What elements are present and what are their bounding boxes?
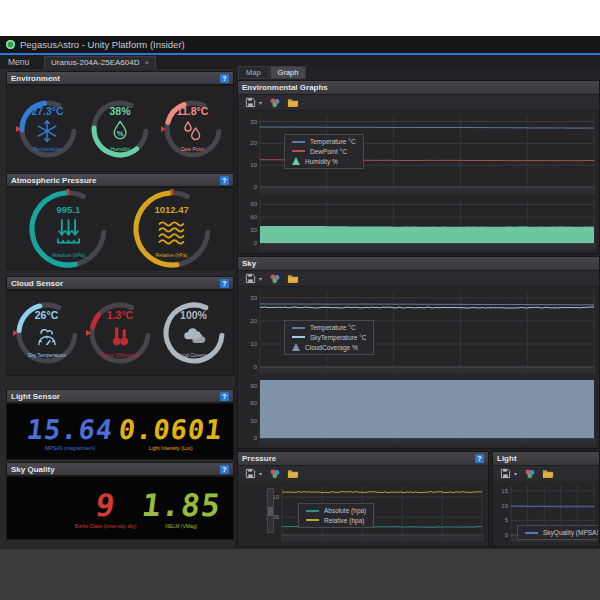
legend-label: SkyQuality (MPSAS) bbox=[543, 529, 598, 536]
device-tab-label: Uranus-204A-25EA604D bbox=[51, 57, 140, 69]
screen: PegasusAstro - Unity Platform (Insider) … bbox=[0, 0, 600, 600]
legend-label: Temperature °C bbox=[310, 324, 356, 331]
save-icon[interactable] bbox=[245, 468, 256, 479]
legend-marker-icon bbox=[306, 510, 319, 512]
chart-toolbar: ▾ bbox=[238, 95, 599, 111]
chart-toolbar: ▾ bbox=[238, 466, 488, 482]
svg-text:20: 20 bbox=[250, 318, 257, 324]
bortle-display: 9 Bortle Class (Inner-city sky) bbox=[69, 489, 142, 529]
pressure-chart[interactable]: 10001010 Absolute (hpa)Relative (hpa) bbox=[240, 481, 486, 543]
sky-temperature-gauge: 26°CSky Temperature bbox=[13, 299, 81, 367]
tab-close-icon[interactable]: × bbox=[145, 57, 150, 69]
sky-cloudcoverage-chart[interactable]: 0306090 bbox=[240, 376, 598, 446]
light-graph-header: Light bbox=[493, 452, 599, 466]
palette-icon[interactable] bbox=[269, 468, 280, 479]
sky-quality-panel-header: Sky Quality ? bbox=[6, 462, 234, 476]
chart-legend: Absolute (hpa)Relative (hpa) bbox=[298, 503, 374, 528]
save-dropdown-caret-icon[interactable]: ▾ bbox=[514, 470, 517, 477]
svg-text:15: 15 bbox=[501, 488, 508, 494]
environmental-graphs-header: Environmental Graphs bbox=[238, 81, 599, 95]
mpsas-display: 15.64 MPSAS (mag/arcsec²) bbox=[27, 415, 113, 451]
save-icon[interactable] bbox=[500, 468, 511, 479]
help-icon[interactable]: ? bbox=[475, 454, 484, 463]
environment-panel-title: Environment bbox=[11, 74, 60, 83]
atmospheric-pressure-panel-header: Atmospheric Pressure ? bbox=[6, 173, 234, 187]
environment-panel-body: 27.3°CTemperature 38%%Humidity 11.8°CDew… bbox=[6, 85, 234, 172]
svg-text:30: 30 bbox=[250, 227, 257, 233]
legend-marker-icon bbox=[292, 343, 300, 351]
tab-map[interactable]: Map bbox=[238, 66, 269, 79]
cloud-coverage-icon bbox=[179, 323, 209, 349]
bottom-strip bbox=[0, 549, 600, 600]
relative-pressure-gauge: 1012.47Relative (hPa) bbox=[130, 187, 214, 271]
sky-graphs-title: Sky bbox=[242, 259, 256, 268]
light-sensor-panel-title: Light Sensor bbox=[11, 392, 60, 401]
open-folder-icon[interactable] bbox=[287, 273, 299, 284]
save-dropdown-caret-icon[interactable]: ▾ bbox=[259, 99, 262, 106]
svg-text:0: 0 bbox=[254, 364, 258, 370]
zoom-slider[interactable] bbox=[267, 488, 274, 533]
cloud-sensor-panel-title: Cloud Sensor bbox=[11, 279, 63, 288]
nelm-display: 1.85 NELM (VMag) bbox=[142, 489, 221, 529]
help-icon[interactable]: ? bbox=[220, 465, 229, 474]
legend-entry: Temperature °C bbox=[292, 138, 356, 145]
legend-marker-icon bbox=[525, 532, 538, 534]
svg-text:10: 10 bbox=[501, 503, 508, 509]
menu-button[interactable]: Menu bbox=[8, 55, 29, 69]
environment-panel-header: Environment ? bbox=[6, 71, 234, 85]
chart-legend: Temperature °CDewPoint °CHumidity % bbox=[284, 134, 364, 169]
palette-icon[interactable] bbox=[269, 273, 280, 284]
sky-temperature-chart[interactable]: 0102030Temperature °CSkyTemperature °CCl… bbox=[240, 287, 598, 375]
open-folder-icon[interactable] bbox=[542, 468, 554, 479]
svg-text:30: 30 bbox=[250, 418, 257, 424]
svg-text:0: 0 bbox=[254, 435, 258, 441]
help-icon[interactable]: ? bbox=[220, 392, 229, 401]
svg-text:5: 5 bbox=[505, 517, 509, 523]
palette-icon[interactable] bbox=[269, 97, 280, 108]
cloud-sensor-panel-body: 26°CSky Temperature 1.3°CTemp. Differenc… bbox=[6, 290, 234, 376]
svg-text:30: 30 bbox=[250, 295, 257, 301]
save-dropdown-caret-icon[interactable]: ▾ bbox=[259, 275, 262, 282]
chart-toolbar: ▾ bbox=[238, 271, 599, 287]
legend-marker-icon bbox=[292, 150, 305, 152]
legend-entry: SkyQuality (MPSAS) bbox=[525, 529, 598, 536]
svg-text:10: 10 bbox=[250, 341, 257, 347]
temp-difference-gauge: 1.3°CTemp. Difference bbox=[86, 299, 154, 367]
help-icon[interactable]: ? bbox=[220, 279, 229, 288]
legend-entry: Humidity % bbox=[292, 157, 356, 165]
save-icon[interactable] bbox=[245, 97, 256, 108]
legend-label: SkyTemperature °C bbox=[310, 334, 366, 341]
legend-label: DewPoint °C bbox=[310, 148, 347, 155]
svg-text:10: 10 bbox=[250, 162, 257, 168]
device-tab[interactable]: Uranus-204A-25EA604D × bbox=[44, 56, 156, 69]
chart-legend: SkyQuality (MPSAS) bbox=[517, 525, 598, 540]
palette-icon[interactable] bbox=[524, 468, 535, 479]
atmospheric-pressure-panel-title: Atmospheric Pressure bbox=[11, 176, 96, 185]
svg-text:%: % bbox=[117, 129, 124, 138]
help-icon[interactable]: ? bbox=[220, 74, 229, 83]
legend-label: Relative (hpa) bbox=[324, 517, 364, 524]
save-dropdown-caret-icon[interactable]: ▾ bbox=[259, 470, 262, 477]
environmental-humidity-chart[interactable]: 0306090 bbox=[240, 196, 598, 251]
pressure-graph-header: Pressure ? bbox=[238, 452, 488, 466]
nelm-value: 1.85 bbox=[140, 489, 223, 522]
open-folder-icon[interactable] bbox=[287, 468, 299, 479]
bortle-label: Bortle Class (Inner-city sky) bbox=[75, 523, 137, 528]
svg-text:60: 60 bbox=[250, 214, 257, 220]
legend-entry: SkyTemperature °C bbox=[292, 334, 366, 341]
app-logo-icon bbox=[6, 40, 15, 49]
environmental-temperature-chart[interactable]: 0102030Temperature °CDewPoint °CHumidity… bbox=[240, 111, 598, 195]
open-folder-icon[interactable] bbox=[287, 97, 299, 108]
environmental-graphs-title: Environmental Graphs bbox=[242, 83, 328, 92]
temp-difference-icon bbox=[105, 323, 135, 349]
tab-graph[interactable]: Graph bbox=[270, 66, 307, 79]
help-icon[interactable]: ? bbox=[220, 176, 229, 185]
lux-display: 0.0601 Light Intensity (Lux) bbox=[119, 415, 223, 451]
light-chart[interactable]: 051015SkyQuality (MPSAS) bbox=[495, 481, 598, 543]
save-icon[interactable] bbox=[245, 273, 256, 284]
svg-text:0: 0 bbox=[254, 184, 258, 190]
zoom-slider-thumb[interactable] bbox=[268, 507, 273, 516]
cloud-sensor-panel-header: Cloud Sensor ? bbox=[6, 276, 234, 290]
temperature-icon bbox=[33, 119, 61, 143]
legend-marker-icon bbox=[292, 327, 305, 329]
